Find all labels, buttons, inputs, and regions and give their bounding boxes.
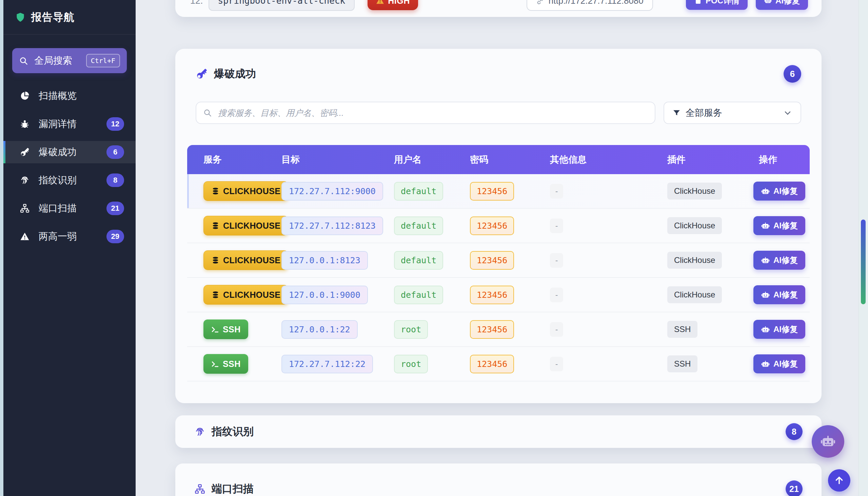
table-row: SSH 127.0.0.1:22 root 123456 - SSH AI修复	[187, 312, 810, 347]
sitemap-icon	[194, 483, 206, 495]
global-search-label: 全局搜索	[34, 54, 72, 67]
sidebar-item-scan-overview[interactable]: 扫描概览	[3, 85, 136, 107]
warning-triangle-icon	[376, 0, 385, 5]
other-info-value: -	[550, 253, 563, 268]
service-filter-dropdown[interactable]: 全部服务	[663, 102, 801, 124]
username-chip: root	[394, 355, 428, 373]
section-count-badge: 6	[783, 65, 801, 83]
ai-fix-button[interactable]: AI修复	[753, 285, 805, 304]
severity-badge: HIGH	[368, 0, 418, 10]
sidebar-nav: 扫描概览 漏洞详情 12 爆破成功 6 指纹识别 8 端口扫描 21 两高一弱 …	[3, 85, 136, 248]
sidebar-item-weak-config[interactable]: 两高一弱 29	[3, 225, 136, 248]
fingerprint-icon	[20, 175, 30, 185]
username-chip: default	[394, 217, 443, 235]
other-info-value: -	[550, 322, 563, 337]
table-row: CLICKHOUSE 172.27.7.112:8123 default 123…	[187, 209, 810, 243]
sitemap-icon	[20, 203, 30, 214]
other-info-value: -	[550, 184, 563, 199]
database-icon	[211, 221, 220, 230]
service-badge: CLICKHOUSE	[204, 250, 288, 270]
username-chip: default	[394, 182, 443, 201]
pie-chart-icon	[20, 91, 30, 101]
other-info-value: -	[550, 357, 563, 371]
other-info-value: -	[550, 218, 563, 233]
section-title: 端口扫描	[212, 482, 254, 496]
ai-assistant-fab[interactable]	[812, 425, 844, 458]
count-badge: 8	[106, 173, 124, 187]
section-title: 指纹识别	[212, 424, 254, 439]
service-badge: CLICKHOUSE	[204, 216, 288, 235]
robot-icon	[761, 221, 770, 230]
funnel-icon	[672, 109, 681, 117]
fingerprint-card[interactable]: 指纹识别 8	[175, 415, 822, 448]
section-count-badge: 21	[785, 480, 803, 496]
global-search-button[interactable]: 全局搜索 Ctrl+F	[12, 48, 127, 73]
service-badge: SSH	[204, 354, 248, 374]
vulnerability-card: 12. springboot-env-all-check HIGH http:/…	[175, 0, 822, 17]
table-row: SSH 172.27.7.112:22 root 123456 - SSH AI…	[187, 347, 810, 382]
robot-icon	[764, 0, 772, 5]
section-title: 爆破成功	[214, 67, 256, 81]
row-index: 12.	[190, 0, 203, 6]
scrollbar-track	[858, 0, 868, 496]
document-icon	[694, 0, 702, 5]
brute-force-card: 爆破成功 6 全部服务 服务 目标 用户名 密码 其他信息 插件 操作	[175, 49, 822, 403]
target-chip: 172.27.7.112:22	[281, 355, 373, 373]
sidebar-item-fingerprint[interactable]: 指纹识别 8	[3, 169, 136, 191]
ai-fix-button[interactable]: AI修复	[753, 251, 805, 270]
vulnerability-row: 12. springboot-env-all-check HIGH http:/…	[190, 0, 808, 12]
sidebar-item-brute-success[interactable]: 爆破成功 6	[3, 141, 136, 163]
search-icon	[203, 108, 212, 117]
robot-icon	[761, 187, 770, 196]
ai-fix-button[interactable]: AI修复	[753, 320, 805, 339]
password-chip: 123456	[470, 355, 514, 373]
plugin-badge: SSH	[667, 321, 698, 338]
key-icon	[196, 68, 208, 80]
password-chip: 123456	[470, 251, 514, 270]
password-chip: 123456	[470, 217, 514, 235]
table-toolbar: 全部服务	[196, 102, 801, 124]
count-badge: 12	[106, 117, 124, 131]
ai-fix-button[interactable]: AI修复	[753, 354, 805, 373]
section-count-badge: 8	[785, 423, 803, 440]
sidebar-header: 报告导航	[3, 0, 136, 34]
sidebar: 报告导航 全局搜索 Ctrl+F 扫描概览 漏洞详情 12 爆破成功 6 指纹识…	[3, 0, 136, 496]
poc-details-button[interactable]: POC详情	[686, 0, 748, 10]
password-chip: 123456	[470, 320, 514, 339]
database-icon	[211, 256, 220, 265]
link-icon	[536, 0, 544, 5]
sidebar-item-port-scan[interactable]: 端口扫描 21	[3, 197, 136, 219]
ai-fix-button[interactable]: AI修复	[756, 0, 808, 10]
target-chip: 127.0.0.1:8123	[281, 251, 368, 270]
scrollbar-thumb[interactable]	[861, 219, 866, 304]
scroll-to-top-button[interactable]	[828, 469, 850, 492]
col-other-info: 其他信息	[550, 154, 662, 166]
table-search	[196, 102, 655, 124]
brute-force-header: 爆破成功 6	[187, 49, 810, 87]
service-badge: CLICKHOUSE	[204, 285, 288, 305]
plugin-badge: ClickHouse	[667, 183, 722, 200]
col-target: 目标	[281, 154, 394, 166]
database-icon	[211, 291, 220, 299]
count-badge: 29	[106, 230, 124, 243]
search-input[interactable]	[196, 102, 655, 124]
main-content: 12. springboot-env-all-check HIGH http:/…	[136, 0, 858, 496]
sidebar-item-vuln-details[interactable]: 漏洞详情 12	[3, 113, 136, 135]
target-chip: 172.27.7.112:9000	[281, 182, 383, 201]
password-chip: 123456	[470, 285, 514, 304]
table-row: CLICKHOUSE 172.27.7.112:9000 default 123…	[187, 174, 810, 209]
terminal-icon	[211, 360, 219, 368]
ai-fix-button[interactable]: AI修复	[753, 182, 805, 201]
col-password: 密码	[470, 154, 550, 166]
table-row: CLICKHOUSE 127.0.0.1:8123 default 123456…	[187, 243, 810, 278]
ai-fix-button[interactable]: AI修复	[753, 216, 805, 235]
password-chip: 123456	[470, 182, 514, 201]
col-plugin: 插件	[662, 154, 753, 166]
port-scan-card[interactable]: 端口扫描 21	[175, 464, 822, 496]
col-service: 服务	[204, 154, 281, 166]
table-header: 服务 目标 用户名 密码 其他信息 插件 操作	[187, 145, 810, 174]
bug-icon	[20, 119, 30, 129]
table-row: CLICKHOUSE 127.0.0.1:9000 default 123456…	[187, 278, 810, 312]
window-left-edge	[0, 0, 3, 496]
target-chip: 127.0.0.1:22	[281, 320, 358, 339]
